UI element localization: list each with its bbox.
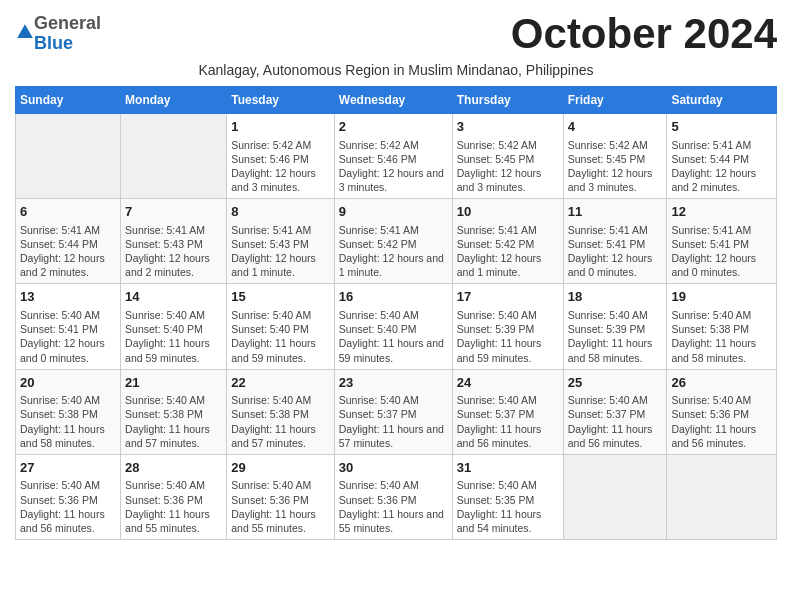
calendar-cell: 7Sunrise: 5:41 AM Sunset: 5:43 PM Daylig… [121, 199, 227, 284]
day-number: 25 [568, 374, 663, 392]
header-monday: Monday [121, 87, 227, 114]
calendar-cell: 20Sunrise: 5:40 AM Sunset: 5:38 PM Dayli… [16, 369, 121, 454]
calendar-cell: 2Sunrise: 5:42 AM Sunset: 5:46 PM Daylig… [334, 114, 452, 199]
calendar-cell: 28Sunrise: 5:40 AM Sunset: 5:36 PM Dayli… [121, 454, 227, 539]
calendar-cell [563, 454, 667, 539]
day-info: Sunrise: 5:40 AM Sunset: 5:36 PM Dayligh… [125, 479, 213, 534]
day-info: Sunrise: 5:40 AM Sunset: 5:41 PM Dayligh… [20, 309, 108, 364]
calendar-cell: 8Sunrise: 5:41 AM Sunset: 5:43 PM Daylig… [227, 199, 335, 284]
header-wednesday: Wednesday [334, 87, 452, 114]
day-number: 20 [20, 374, 116, 392]
day-number: 9 [339, 203, 448, 221]
day-info: Sunrise: 5:41 AM Sunset: 5:44 PM Dayligh… [671, 139, 759, 194]
day-number: 17 [457, 288, 559, 306]
day-number: 14 [125, 288, 222, 306]
day-number: 12 [671, 203, 772, 221]
calendar-cell: 22Sunrise: 5:40 AM Sunset: 5:38 PM Dayli… [227, 369, 335, 454]
calendar-cell: 12Sunrise: 5:41 AM Sunset: 5:41 PM Dayli… [667, 199, 777, 284]
calendar-cell: 13Sunrise: 5:40 AM Sunset: 5:41 PM Dayli… [16, 284, 121, 369]
calendar-cell: 17Sunrise: 5:40 AM Sunset: 5:39 PM Dayli… [452, 284, 563, 369]
day-info: Sunrise: 5:40 AM Sunset: 5:38 PM Dayligh… [20, 394, 108, 449]
day-number: 19 [671, 288, 772, 306]
header-thursday: Thursday [452, 87, 563, 114]
calendar-week-row: 1Sunrise: 5:42 AM Sunset: 5:46 PM Daylig… [16, 114, 777, 199]
day-info: Sunrise: 5:41 AM Sunset: 5:41 PM Dayligh… [671, 224, 759, 279]
day-number: 18 [568, 288, 663, 306]
day-info: Sunrise: 5:40 AM Sunset: 5:36 PM Dayligh… [671, 394, 759, 449]
header-friday: Friday [563, 87, 667, 114]
day-info: Sunrise: 5:40 AM Sunset: 5:40 PM Dayligh… [339, 309, 447, 364]
day-number: 22 [231, 374, 330, 392]
day-info: Sunrise: 5:41 AM Sunset: 5:42 PM Dayligh… [339, 224, 447, 279]
calendar-header-row: SundayMondayTuesdayWednesdayThursdayFrid… [16, 87, 777, 114]
calendar-cell [667, 454, 777, 539]
calendar-cell [121, 114, 227, 199]
day-info: Sunrise: 5:40 AM Sunset: 5:36 PM Dayligh… [20, 479, 108, 534]
header-saturday: Saturday [667, 87, 777, 114]
calendar-week-row: 27Sunrise: 5:40 AM Sunset: 5:36 PM Dayli… [16, 454, 777, 539]
calendar-cell: 9Sunrise: 5:41 AM Sunset: 5:42 PM Daylig… [334, 199, 452, 284]
day-info: Sunrise: 5:40 AM Sunset: 5:39 PM Dayligh… [568, 309, 656, 364]
calendar-cell: 15Sunrise: 5:40 AM Sunset: 5:40 PM Dayli… [227, 284, 335, 369]
day-info: Sunrise: 5:40 AM Sunset: 5:37 PM Dayligh… [457, 394, 545, 449]
calendar-cell: 3Sunrise: 5:42 AM Sunset: 5:45 PM Daylig… [452, 114, 563, 199]
logo-general-text: General [34, 13, 101, 33]
day-info: Sunrise: 5:40 AM Sunset: 5:37 PM Dayligh… [339, 394, 447, 449]
day-info: Sunrise: 5:42 AM Sunset: 5:46 PM Dayligh… [339, 139, 447, 194]
day-number: 5 [671, 118, 772, 136]
header-tuesday: Tuesday [227, 87, 335, 114]
day-info: Sunrise: 5:40 AM Sunset: 5:37 PM Dayligh… [568, 394, 656, 449]
day-number: 21 [125, 374, 222, 392]
day-number: 7 [125, 203, 222, 221]
calendar-table: SundayMondayTuesdayWednesdayThursdayFrid… [15, 86, 777, 540]
day-info: Sunrise: 5:40 AM Sunset: 5:40 PM Dayligh… [231, 309, 319, 364]
calendar-cell: 26Sunrise: 5:40 AM Sunset: 5:36 PM Dayli… [667, 369, 777, 454]
day-number: 26 [671, 374, 772, 392]
day-info: Sunrise: 5:40 AM Sunset: 5:36 PM Dayligh… [339, 479, 447, 534]
calendar-cell [16, 114, 121, 199]
calendar-cell: 25Sunrise: 5:40 AM Sunset: 5:37 PM Dayli… [563, 369, 667, 454]
day-number: 24 [457, 374, 559, 392]
day-info: Sunrise: 5:42 AM Sunset: 5:45 PM Dayligh… [568, 139, 656, 194]
day-number: 16 [339, 288, 448, 306]
day-number: 13 [20, 288, 116, 306]
calendar-cell: 24Sunrise: 5:40 AM Sunset: 5:37 PM Dayli… [452, 369, 563, 454]
calendar-cell: 16Sunrise: 5:40 AM Sunset: 5:40 PM Dayli… [334, 284, 452, 369]
calendar-week-row: 20Sunrise: 5:40 AM Sunset: 5:38 PM Dayli… [16, 369, 777, 454]
calendar-cell: 4Sunrise: 5:42 AM Sunset: 5:45 PM Daylig… [563, 114, 667, 199]
calendar-cell: 1Sunrise: 5:42 AM Sunset: 5:46 PM Daylig… [227, 114, 335, 199]
calendar-cell: 21Sunrise: 5:40 AM Sunset: 5:38 PM Dayli… [121, 369, 227, 454]
day-info: Sunrise: 5:41 AM Sunset: 5:44 PM Dayligh… [20, 224, 108, 279]
calendar-cell: 23Sunrise: 5:40 AM Sunset: 5:37 PM Dayli… [334, 369, 452, 454]
day-info: Sunrise: 5:41 AM Sunset: 5:42 PM Dayligh… [457, 224, 545, 279]
logo-blue-text: Blue [34, 33, 73, 53]
calendar-cell: 18Sunrise: 5:40 AM Sunset: 5:39 PM Dayli… [563, 284, 667, 369]
calendar-cell: 19Sunrise: 5:40 AM Sunset: 5:38 PM Dayli… [667, 284, 777, 369]
calendar-cell: 29Sunrise: 5:40 AM Sunset: 5:36 PM Dayli… [227, 454, 335, 539]
calendar-cell: 30Sunrise: 5:40 AM Sunset: 5:36 PM Dayli… [334, 454, 452, 539]
day-info: Sunrise: 5:42 AM Sunset: 5:46 PM Dayligh… [231, 139, 319, 194]
calendar-cell: 5Sunrise: 5:41 AM Sunset: 5:44 PM Daylig… [667, 114, 777, 199]
day-number: 8 [231, 203, 330, 221]
day-info: Sunrise: 5:40 AM Sunset: 5:35 PM Dayligh… [457, 479, 545, 534]
calendar-cell: 6Sunrise: 5:41 AM Sunset: 5:44 PM Daylig… [16, 199, 121, 284]
day-info: Sunrise: 5:42 AM Sunset: 5:45 PM Dayligh… [457, 139, 545, 194]
day-number: 28 [125, 459, 222, 477]
day-info: Sunrise: 5:41 AM Sunset: 5:43 PM Dayligh… [125, 224, 213, 279]
day-number: 23 [339, 374, 448, 392]
svg-marker-0 [17, 24, 33, 38]
day-info: Sunrise: 5:40 AM Sunset: 5:36 PM Dayligh… [231, 479, 319, 534]
day-number: 4 [568, 118, 663, 136]
day-info: Sunrise: 5:40 AM Sunset: 5:39 PM Dayligh… [457, 309, 545, 364]
day-info: Sunrise: 5:41 AM Sunset: 5:43 PM Dayligh… [231, 224, 319, 279]
day-info: Sunrise: 5:40 AM Sunset: 5:38 PM Dayligh… [125, 394, 213, 449]
day-number: 11 [568, 203, 663, 221]
page-title: October 2024 [511, 10, 777, 58]
day-number: 1 [231, 118, 330, 136]
day-number: 27 [20, 459, 116, 477]
day-number: 15 [231, 288, 330, 306]
calendar-week-row: 6Sunrise: 5:41 AM Sunset: 5:44 PM Daylig… [16, 199, 777, 284]
calendar-week-row: 13Sunrise: 5:40 AM Sunset: 5:41 PM Dayli… [16, 284, 777, 369]
header-sunday: Sunday [16, 87, 121, 114]
day-info: Sunrise: 5:40 AM Sunset: 5:40 PM Dayligh… [125, 309, 213, 364]
